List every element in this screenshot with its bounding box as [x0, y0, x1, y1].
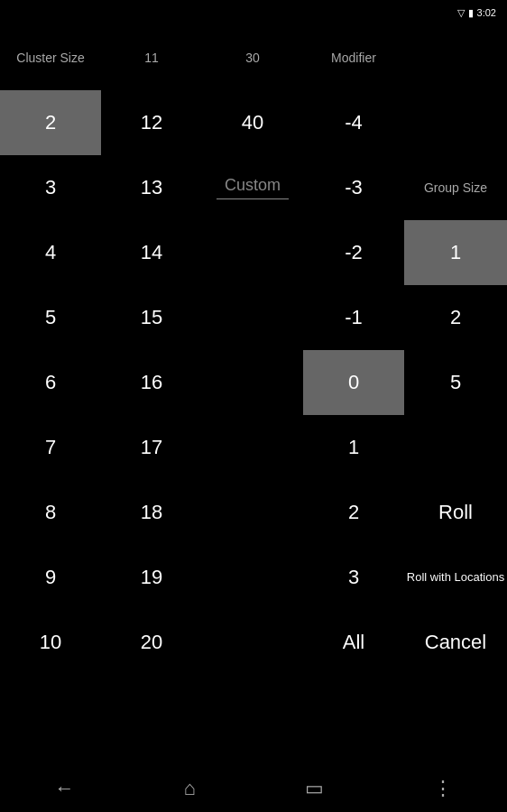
- cell-empty-r8: [202, 545, 303, 610]
- header-30: 30: [202, 25, 303, 90]
- roll-with-locations-button[interactable]: Roll with Locations: [404, 545, 507, 610]
- header-empty: [404, 25, 507, 90]
- home-button[interactable]: ⌂: [183, 777, 195, 800]
- main-grid: Cluster Size 11 30 Modifier 2 12 40 -4 3…: [0, 25, 507, 765]
- cell-2-group[interactable]: 2: [404, 285, 507, 350]
- cell-neg1[interactable]: -1: [303, 285, 404, 350]
- cell-1-group[interactable]: 1: [404, 220, 507, 285]
- nav-bar: ← ⌂ ▭ ⋮: [0, 765, 507, 812]
- cell-3[interactable]: 3: [0, 155, 101, 220]
- cell-10[interactable]: 10: [0, 610, 101, 675]
- cell-empty-r7: [202, 480, 303, 545]
- cell-group-size: Group Size: [404, 155, 507, 220]
- cell-13[interactable]: 13: [101, 155, 202, 220]
- cell-all-modifier[interactable]: All: [303, 610, 404, 675]
- roll-button[interactable]: Roll: [404, 480, 507, 545]
- cancel-button[interactable]: Cancel: [404, 610, 507, 675]
- cell-custom[interactable]: Custom: [202, 155, 303, 220]
- cell-9[interactable]: 9: [0, 545, 101, 610]
- cell-empty-r6: [202, 415, 303, 480]
- cell-5[interactable]: 5: [0, 285, 101, 350]
- cell-5-group[interactable]: 5: [404, 350, 507, 415]
- cell-4[interactable]: 4: [0, 220, 101, 285]
- cell-6[interactable]: 6: [0, 350, 101, 415]
- cell-empty-r6c5: [404, 415, 507, 480]
- cell-7[interactable]: 7: [0, 415, 101, 480]
- cell-19[interactable]: 19: [101, 545, 202, 610]
- header-11: 11: [101, 25, 202, 90]
- menu-button[interactable]: ⋮: [433, 777, 453, 800]
- cell-2-modifier[interactable]: 2: [303, 480, 404, 545]
- cell-neg3[interactable]: -3: [303, 155, 404, 220]
- cell-0-modifier[interactable]: 0: [303, 350, 404, 415]
- cell-1-modifier[interactable]: 1: [303, 415, 404, 480]
- cell-empty-r5: [202, 350, 303, 415]
- cell-18[interactable]: 18: [101, 480, 202, 545]
- cell-empty-r1: [404, 90, 507, 155]
- cell-20[interactable]: 20: [101, 610, 202, 675]
- cell-neg2[interactable]: -2: [303, 220, 404, 285]
- cell-40[interactable]: 40: [202, 90, 303, 155]
- cell-2[interactable]: 2: [0, 90, 101, 155]
- cell-17[interactable]: 17: [101, 415, 202, 480]
- cell-15[interactable]: 15: [101, 285, 202, 350]
- signal-icon: ▽: [457, 7, 465, 19]
- cell-empty-r9: [202, 610, 303, 675]
- cell-3-modifier[interactable]: 3: [303, 545, 404, 610]
- back-button[interactable]: ←: [54, 777, 74, 800]
- battery-icon: ▮: [468, 7, 474, 19]
- header-cluster-size: Cluster Size: [0, 25, 101, 90]
- status-bar: ▽ ▮ 3:02: [0, 0, 507, 25]
- cell-14[interactable]: 14: [101, 220, 202, 285]
- header-modifier: Modifier: [303, 25, 404, 90]
- cell-8[interactable]: 8: [0, 480, 101, 545]
- time-label: 3:02: [477, 7, 496, 18]
- cell-16[interactable]: 16: [101, 350, 202, 415]
- cell-12[interactable]: 12: [101, 90, 202, 155]
- recent-button[interactable]: ▭: [305, 777, 324, 800]
- cell-empty-r4: [202, 285, 303, 350]
- cell-neg4[interactable]: -4: [303, 90, 404, 155]
- cell-empty-r3: [202, 220, 303, 285]
